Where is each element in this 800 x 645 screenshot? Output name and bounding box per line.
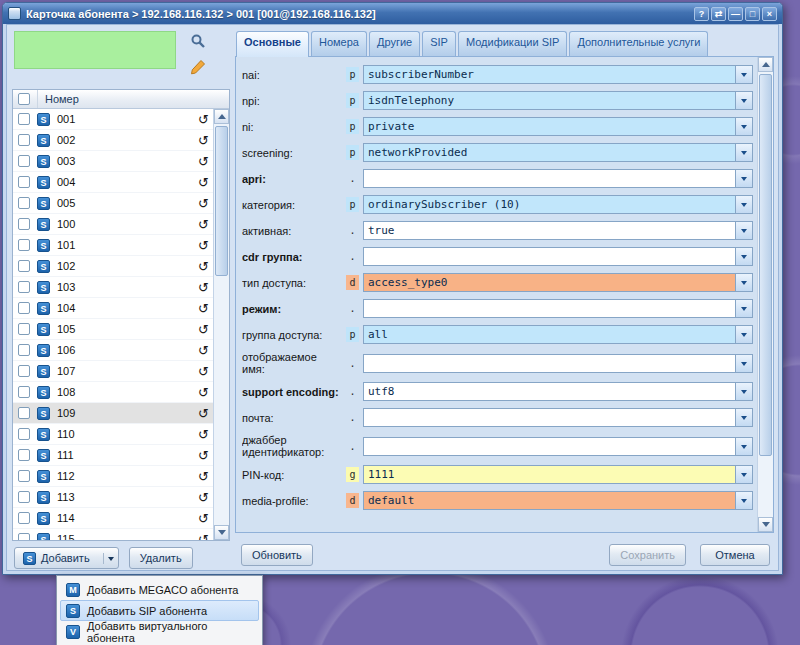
dropdown-trigger-icon[interactable]: [735, 248, 752, 265]
dropdown-trigger-icon[interactable]: [735, 66, 752, 83]
close-icon[interactable]: ×: [762, 7, 777, 21]
menu-item[interactable]: M Добавить MEGACO абонента: [60, 579, 259, 600]
subscriber-row[interactable]: S 101 ↺: [13, 235, 213, 256]
history-icon[interactable]: ↺: [198, 134, 209, 147]
subscriber-row[interactable]: S 113 ↺: [13, 487, 213, 508]
tab-модификации-sip[interactable]: Модификации SIP: [458, 31, 567, 56]
row-checkbox[interactable]: [18, 449, 30, 461]
subscriber-row[interactable]: S 105 ↺: [13, 319, 213, 340]
history-icon[interactable]: ↺: [198, 155, 209, 168]
subscriber-row[interactable]: S 103 ↺: [13, 277, 213, 298]
tab-основные[interactable]: Основные: [236, 31, 309, 57]
row-checkbox[interactable]: [18, 365, 30, 377]
row-checkbox[interactable]: [18, 323, 30, 335]
field-combobox[interactable]: 1111: [363, 465, 753, 484]
subscriber-row[interactable]: S 002 ↺: [13, 130, 213, 151]
history-icon[interactable]: ↺: [198, 197, 209, 210]
row-checkbox[interactable]: [18, 470, 30, 482]
field-combobox[interactable]: private: [363, 117, 753, 136]
field-combobox[interactable]: ordinarySubscriber (10): [363, 195, 753, 214]
dropdown-trigger-icon[interactable]: [735, 409, 752, 426]
dropdown-trigger-icon[interactable]: [735, 118, 752, 135]
subscriber-row[interactable]: S 110 ↺: [13, 424, 213, 445]
scroll-down-icon[interactable]: [758, 517, 773, 532]
subscriber-row[interactable]: S 100 ↺: [13, 214, 213, 235]
field-combobox[interactable]: access_type0: [363, 273, 753, 292]
history-icon[interactable]: ↺: [198, 218, 209, 231]
row-checkbox[interactable]: [18, 176, 30, 188]
column-header-number[interactable]: Номер: [45, 93, 79, 105]
history-icon[interactable]: ↺: [198, 323, 209, 336]
tab-номера[interactable]: Номера: [311, 31, 367, 56]
tab-другие[interactable]: Другие: [369, 31, 420, 56]
row-checkbox[interactable]: [18, 407, 30, 419]
dropdown-trigger-icon[interactable]: [735, 300, 752, 317]
subscriber-row[interactable]: S 001 ↺: [13, 109, 213, 130]
history-icon[interactable]: ↺: [198, 428, 209, 441]
detach-icon[interactable]: ⇄: [711, 7, 726, 21]
dropdown-trigger-icon[interactable]: [735, 438, 752, 455]
subscriber-row[interactable]: S 115 ↺: [13, 529, 213, 540]
dropdown-trigger-icon[interactable]: [735, 92, 752, 109]
history-icon[interactable]: ↺: [198, 302, 209, 315]
subscriber-row[interactable]: S 102 ↺: [13, 256, 213, 277]
subscriber-row[interactable]: S 004 ↺: [13, 172, 213, 193]
history-icon[interactable]: ↺: [198, 113, 209, 126]
field-combobox[interactable]: [363, 299, 753, 318]
history-icon[interactable]: ↺: [198, 365, 209, 378]
history-icon[interactable]: ↺: [198, 176, 209, 189]
subscriber-row[interactable]: S 005 ↺: [13, 193, 213, 214]
add-subscriber-button[interactable]: S Добавить: [14, 547, 119, 569]
field-combobox[interactable]: all: [363, 325, 753, 344]
row-checkbox[interactable]: [18, 218, 30, 230]
row-checkbox[interactable]: [18, 113, 30, 125]
cancel-button[interactable]: Отмена: [700, 544, 770, 566]
history-icon[interactable]: ↺: [198, 407, 209, 420]
minimize-icon[interactable]: —: [728, 7, 743, 21]
scroll-up-icon[interactable]: [214, 109, 229, 124]
add-dropdown-arrow-icon[interactable]: [103, 553, 118, 564]
edit-button[interactable]: [186, 55, 210, 79]
dropdown-trigger-icon[interactable]: [735, 170, 752, 187]
dropdown-trigger-icon[interactable]: [735, 326, 752, 343]
history-icon[interactable]: ↺: [198, 512, 209, 525]
scrollbar-thumb[interactable]: [759, 74, 772, 456]
row-checkbox[interactable]: [18, 428, 30, 440]
list-scrollbar[interactable]: [213, 109, 229, 540]
row-checkbox[interactable]: [18, 260, 30, 272]
row-checkbox[interactable]: [18, 281, 30, 293]
history-icon[interactable]: ↺: [198, 386, 209, 399]
dropdown-trigger-icon[interactable]: [735, 355, 752, 372]
dropdown-trigger-icon[interactable]: [735, 466, 752, 483]
history-icon[interactable]: ↺: [198, 260, 209, 273]
menu-item[interactable]: V Добавить виртуального абонента: [60, 621, 259, 642]
search-button[interactable]: [186, 29, 210, 53]
subscriber-row[interactable]: S 108 ↺: [13, 382, 213, 403]
select-all-checkbox[interactable]: [18, 93, 30, 105]
dropdown-trigger-icon[interactable]: [735, 492, 752, 509]
row-checkbox[interactable]: [18, 155, 30, 167]
quick-filter-input[interactable]: [14, 31, 176, 69]
field-combobox[interactable]: [363, 354, 753, 373]
dropdown-trigger-icon[interactable]: [735, 144, 752, 161]
row-checkbox[interactable]: [18, 344, 30, 356]
scroll-down-icon[interactable]: [214, 525, 229, 540]
history-icon[interactable]: ↺: [198, 491, 209, 504]
history-icon[interactable]: ↺: [198, 470, 209, 483]
history-icon[interactable]: ↺: [198, 449, 209, 462]
subscriber-row[interactable]: S 003 ↺: [13, 151, 213, 172]
subscriber-row[interactable]: S 106 ↺: [13, 340, 213, 361]
dropdown-trigger-icon[interactable]: [735, 196, 752, 213]
field-combobox[interactable]: utf8: [363, 382, 753, 401]
row-checkbox[interactable]: [18, 197, 30, 209]
dropdown-trigger-icon[interactable]: [735, 383, 752, 400]
menu-item[interactable]: S Добавить SIP абонента: [60, 600, 259, 621]
save-button[interactable]: Сохранить: [609, 544, 686, 566]
maximize-icon[interactable]: □: [745, 7, 760, 21]
delete-subscriber-button[interactable]: Удалить: [129, 547, 193, 569]
field-combobox[interactable]: [363, 169, 753, 188]
subscriber-row[interactable]: S 104 ↺: [13, 298, 213, 319]
dropdown-trigger-icon[interactable]: [735, 274, 752, 291]
history-icon[interactable]: ↺: [198, 239, 209, 252]
field-combobox[interactable]: default: [363, 491, 753, 510]
